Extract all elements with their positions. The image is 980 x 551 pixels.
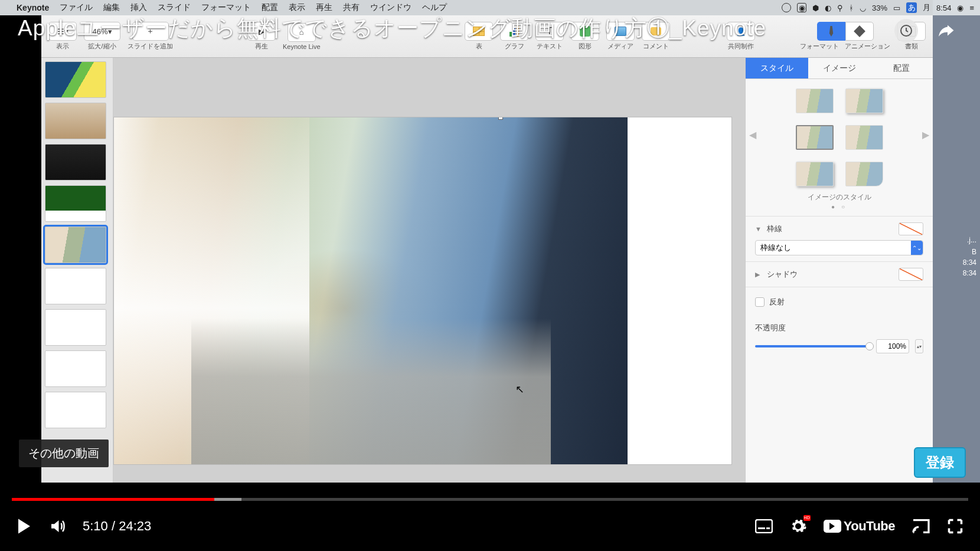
dropbox-icon[interactable]: ⬢ <box>812 4 819 12</box>
preset-5[interactable] <box>796 162 834 186</box>
other-videos-tooltip: その他の動画 <box>19 440 109 467</box>
format-label: フォーマット <box>800 42 839 51</box>
menu-format[interactable]: フォーマット <box>201 2 251 13</box>
slide-thumb-6[interactable] <box>45 268 106 304</box>
menu-slide[interactable]: スライド <box>158 2 191 13</box>
opacity-stepper[interactable]: ▴▾ <box>915 339 923 353</box>
slide-thumb-7[interactable] <box>45 309 106 346</box>
format-inspector: スタイル イメージ 配置 ◀ ▶ イメージのスタイル ● ○ ▼ 枠線 枠線なし… <box>745 58 933 483</box>
clock-icon <box>899 24 913 38</box>
subscribe-button[interactable]: 登録 <box>914 447 966 478</box>
captions-button[interactable] <box>755 519 773 533</box>
menu-play[interactable]: 再生 <box>316 2 332 13</box>
app-name[interactable]: Keynote <box>17 3 49 12</box>
menu-arrange[interactable]: 配置 <box>262 2 278 13</box>
slide-thumb-4[interactable] <box>45 185 106 222</box>
slide-thumb-1[interactable] <box>45 61 106 98</box>
preset-page-dots[interactable]: ● ○ <box>746 204 933 216</box>
ime-indicator[interactable]: あ <box>906 2 917 13</box>
reflection-checkbox[interactable] <box>755 297 765 307</box>
watch-later-button[interactable] <box>894 19 918 42</box>
slide-navigator[interactable] <box>41 58 113 483</box>
border-swatch-none[interactable] <box>899 222 923 235</box>
play-video-button[interactable] <box>17 517 32 535</box>
slide-thumb-5[interactable] <box>45 227 106 263</box>
preset-1[interactable] <box>796 88 834 113</box>
menu-insert[interactable]: 挿入 <box>130 2 147 13</box>
image-styles-label: イメージのスタイル <box>746 190 933 204</box>
border-select[interactable]: 枠線なし ⌃⌄ <box>755 240 923 255</box>
tab-image[interactable]: イメージ <box>808 58 871 78</box>
current-slide[interactable]: ↖ <box>113 117 732 465</box>
fullscreen-button[interactable] <box>947 518 963 534</box>
chart-label: グラフ <box>505 42 524 51</box>
menu-file[interactable]: ファイル <box>60 2 93 13</box>
notification-center-icon[interactable]: ≡ <box>969 4 974 12</box>
selected-image[interactable] <box>114 117 628 464</box>
youtube-logo-button[interactable]: YouTube <box>824 519 895 534</box>
volume-button[interactable] <box>48 517 66 535</box>
preset-4[interactable] <box>845 125 883 150</box>
siri-icon[interactable]: ◉ <box>957 4 963 12</box>
style-presets <box>760 79 919 190</box>
time-display: 5:10 / 24:23 <box>83 519 151 534</box>
resize-handle-top[interactable] <box>498 117 503 120</box>
share-button[interactable] <box>935 21 956 42</box>
shape-label: 図形 <box>579 42 592 51</box>
tab-arrange[interactable]: 配置 <box>870 58 933 78</box>
border-label: 枠線 <box>767 224 782 234</box>
slide-canvas[interactable]: ↖ <box>113 58 791 483</box>
clock-time: 8:54 <box>936 4 951 12</box>
shadow-disclosure-icon[interactable]: ▶ <box>755 271 762 278</box>
desktop-file-size: B <box>972 248 976 256</box>
wifi-icon[interactable]: ◡ <box>860 4 866 12</box>
hd-badge: HD <box>803 515 811 521</box>
battery-pct: 33% <box>872 4 887 12</box>
tab-style[interactable]: スタイル <box>746 58 808 78</box>
preset-2[interactable] <box>845 88 883 113</box>
cast-button[interactable] <box>912 519 930 534</box>
preset-3[interactable] <box>796 125 834 150</box>
shadow-swatch-none[interactable] <box>899 268 923 281</box>
shadow-label: シャドウ <box>767 269 798 280</box>
mouse-cursor-icon: ↖ <box>515 383 524 396</box>
battery-icon: ▭ <box>893 4 900 12</box>
zoom-label: 拡大/縮小 <box>88 42 116 51</box>
opacity-label: 不透明度 <box>755 323 923 333</box>
youtube-play-icon <box>824 520 841 533</box>
desktop-file-time2: 8:34 <box>963 269 976 277</box>
svg-rect-1 <box>756 520 772 533</box>
screen-record-icon[interactable] <box>782 3 791 12</box>
view-label: 表示 <box>56 42 69 51</box>
preset-6[interactable] <box>845 162 883 186</box>
slide-thumb-8[interactable] <box>45 350 106 387</box>
menu-share[interactable]: 共有 <box>343 2 360 13</box>
menu-window[interactable]: ウインドウ <box>370 2 411 13</box>
reflection-label: 反射 <box>769 297 785 307</box>
slider-knob[interactable] <box>865 342 874 350</box>
add-slide-label: スライドを追加 <box>128 42 173 51</box>
border-section: ▼ 枠線 枠線なし ⌃⌄ <box>746 216 933 261</box>
slide-thumb-3[interactable] <box>45 144 106 181</box>
preset-prev-icon[interactable]: ◀ <box>746 129 760 140</box>
keynote-live-label: Keynote Live <box>283 43 321 50</box>
opacity-input[interactable] <box>876 339 909 353</box>
bluetooth-icon[interactable]: ᚼ <box>849 4 854 12</box>
animation-label: アニメーション <box>845 42 890 51</box>
creative-cloud-icon[interactable]: ◐ <box>825 4 831 12</box>
shadow-section: ▶ シャドウ <box>746 261 933 287</box>
app-icon[interactable]: ◉ <box>797 3 806 12</box>
slide-thumb-9[interactable] <box>45 392 106 428</box>
border-disclosure-icon[interactable]: ▼ <box>755 225 762 232</box>
slide-thumb-2[interactable] <box>45 103 106 139</box>
menu-view[interactable]: 表示 <box>289 2 305 13</box>
svg-rect-3 <box>766 527 770 529</box>
opacity-slider[interactable] <box>755 345 870 347</box>
document-label: 書類 <box>905 42 918 51</box>
settings-button[interactable]: HD <box>789 517 807 535</box>
reflection-section: 反射 <box>746 287 933 317</box>
spotlight-icon[interactable]: ⚲ <box>837 4 843 12</box>
menu-help[interactable]: ヘルプ <box>422 2 447 13</box>
preset-next-icon[interactable]: ▶ <box>919 129 933 140</box>
menu-edit[interactable]: 編集 <box>103 2 120 13</box>
